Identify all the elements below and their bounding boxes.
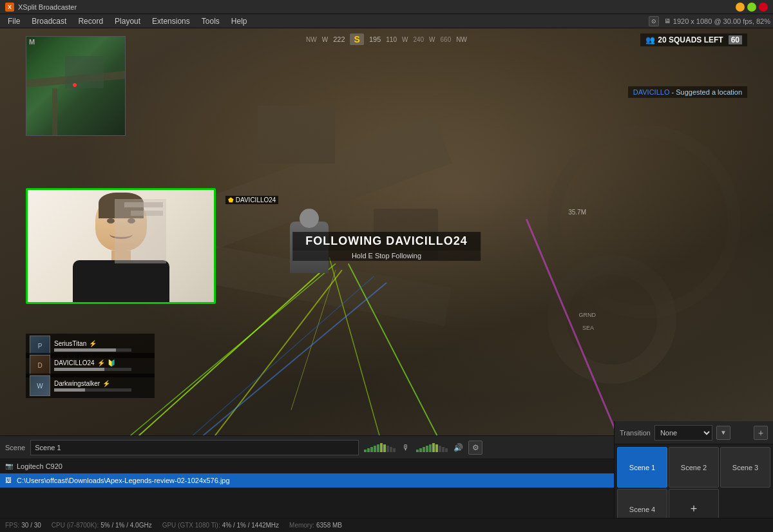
menu-playout[interactable]: Playout xyxy=(110,15,146,27)
app-title: XSplit Broadcaster xyxy=(18,3,736,11)
audio-bar-right xyxy=(416,443,448,452)
webcam-overlay xyxy=(26,188,216,304)
window-controls xyxy=(736,3,768,12)
menu-tools[interactable]: Tools xyxy=(196,15,225,27)
preview-area: ⬟ DAVICILLO24 xyxy=(0,28,773,435)
menu-file[interactable]: File xyxy=(3,15,25,27)
source-type-icon: 🖼 xyxy=(5,477,13,484)
status-bar: FPS: 30 / 30 CPU (i7-8700K): 5% / 1% / 4… xyxy=(0,518,773,532)
mic-icon[interactable]: 🎙 xyxy=(401,442,411,453)
scene-button-scene2[interactable]: Scene 2 xyxy=(669,459,719,488)
scene-name-input[interactable] xyxy=(30,440,359,455)
menu-broadcast[interactable]: Broadcast xyxy=(26,15,72,27)
scene-label: Scene xyxy=(5,444,25,451)
suggestion-banner: DAVICILLO - Suggested a location xyxy=(628,86,747,98)
compass: NW W 222 S 195 110 W 240 W 660 NW xyxy=(306,33,467,45)
fps-status: FPS: 30 / 30 xyxy=(5,522,41,529)
menu-extensions[interactable]: Extensions xyxy=(147,15,195,27)
webcam-feed xyxy=(70,193,173,302)
source-type-icon: 📷 xyxy=(5,462,13,470)
minimize-button[interactable] xyxy=(736,3,745,12)
close-button[interactable] xyxy=(759,3,768,12)
speaker-icon[interactable]: 🔊 xyxy=(453,442,463,453)
gpu-status: GPU (GTX 1080 Ti): 4% / 1% / 1442MHz xyxy=(162,522,279,529)
audio-bar-left xyxy=(364,443,396,452)
minimap xyxy=(26,36,126,136)
title-bar: X XSplit Broadcaster xyxy=(0,0,773,14)
squads-left-indicator: 👥 20 SQUADS LEFT 60 xyxy=(640,33,747,46)
scene-button-scene3[interactable]: Scene 3 xyxy=(720,459,770,488)
cpu-status: CPU (i7-8700K): 5% / 1% / 4.0GHz xyxy=(52,522,152,529)
audio-settings-button[interactable]: ⚙ xyxy=(468,441,482,455)
resolution-info: 🖥 1920 x 1080 @ 30.00 fps, 82% xyxy=(664,17,770,25)
menu-record[interactable]: Record xyxy=(73,15,108,27)
maximize-button[interactable] xyxy=(747,3,756,12)
app-icon: X xyxy=(5,3,14,12)
distance-label-1: 35.7M xyxy=(568,209,586,216)
share-button[interactable]: ⊙ xyxy=(649,16,659,26)
location-grnd: GRND xyxy=(579,312,596,318)
location-sea: SEA xyxy=(582,325,594,331)
player-tag: ⬟ DAVICILLO24 xyxy=(225,196,278,204)
following-banner: FOLLOWING DAVICILLO24 Hold E Stop Follow… xyxy=(292,232,481,261)
memory-status: Memory: 6358 MB xyxy=(289,522,342,529)
player-card-3: W Darkwingstalker ⚡ xyxy=(26,374,155,398)
menu-help[interactable]: Help xyxy=(226,15,253,27)
scene-button-scene1[interactable]: Scene 1 xyxy=(617,459,667,488)
menu-bar: File Broadcast Record Playout Extensions… xyxy=(0,14,773,28)
